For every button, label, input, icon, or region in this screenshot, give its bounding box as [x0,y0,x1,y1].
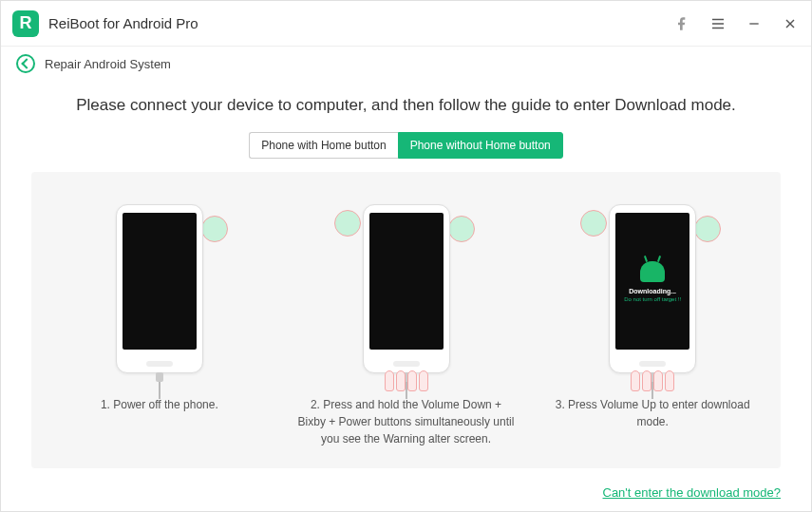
phone-screen-downloading: Downloading... Do not turn off target !! [615,213,689,350]
mode-tabs: Phone with Home button Phone without Hom… [31,132,781,159]
android-icon [640,261,665,282]
step-1-illustration [74,189,245,389]
tab-home-button[interactable]: Phone with Home button [249,132,397,159]
content: Please connect your device to computer, … [1,81,811,512]
phone-screen-off [369,213,444,350]
downloading-label: Downloading... [629,288,676,294]
app-logo: R [12,10,39,37]
facebook-icon[interactable] [672,14,691,33]
phone-screen-off [123,213,197,350]
tab-no-home-button[interactable]: Phone without Home button [398,132,563,159]
usb-cable-icon [156,372,163,399]
footer: Can't enter the download mode? [31,485,781,500]
app-title: ReiBoot for Android Pro [48,15,198,31]
step-3-caption: 3. Press Volume Up to enter download mod… [543,396,762,430]
step-3: Downloading... Do not turn off target !!… [534,189,771,447]
subheader-title: Repair Android System [45,57,171,71]
step-2-caption: 2. Press and hold the Volume Down + Bixb… [297,396,516,447]
downloading-warning: Do not turn off target !! [624,296,681,302]
back-button[interactable] [16,54,35,73]
instruction-text: Please connect your device to computer, … [31,96,781,115]
step-2: 2. Press and hold the Volume Down + Bixb… [288,189,525,447]
subheader: Repair Android System [1,47,811,81]
menu-icon[interactable] [708,14,727,33]
close-icon[interactable] [781,14,800,33]
minimize-icon[interactable] [745,14,764,33]
titlebar: R ReiBoot for Android Pro [1,1,811,47]
steps-panel: 1. Power off the phone. 2. Press and hol… [31,172,781,468]
window-controls [672,14,800,33]
step-3-illustration: Downloading... Do not turn off target !! [567,189,738,389]
step-1: 1. Power off the phone. [41,189,278,447]
cant-enter-link[interactable]: Can't enter the download mode? [603,485,782,500]
step-2-illustration [321,189,492,389]
